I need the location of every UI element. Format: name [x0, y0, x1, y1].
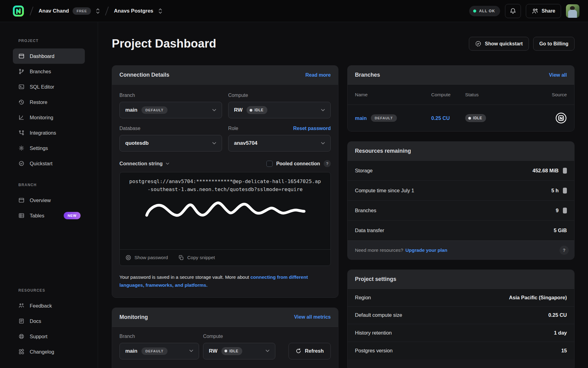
sidebar-item-docs[interactable]: Docs: [13, 313, 85, 329]
sidebar-item-monitoring[interactable]: Monitoring: [13, 110, 85, 125]
sidebar-item-tables[interactable]: Tables NEW: [13, 208, 85, 223]
share-label: Share: [542, 8, 555, 14]
sidebar-section-project: PROJECT: [18, 39, 85, 43]
role-dropdown[interactable]: anav5704: [228, 135, 331, 151]
chevron-down-icon: [212, 142, 216, 145]
people-icon: [532, 8, 538, 14]
chevron-down-icon: [166, 163, 169, 165]
show-quickstart-button[interactable]: Show quickstart: [469, 37, 529, 51]
refresh-button[interactable]: Refresh: [288, 343, 331, 359]
sidebar-item-feedback[interactable]: Feedback: [13, 298, 85, 313]
connection-string-toggle[interactable]: Connection string: [119, 161, 169, 167]
share-button[interactable]: Share: [526, 4, 561, 18]
sidebar-section-resources: RESOURCES: [18, 288, 85, 293]
password-note: Your password is saved in a secure stora…: [119, 273, 322, 289]
chevron-updown-icon: [96, 8, 100, 14]
sidebar-item-label: Docs: [30, 318, 41, 324]
gauge-icon: [563, 168, 567, 174]
go-to-billing-button[interactable]: Go to Billing: [533, 37, 575, 51]
monitoring-branch-value: main: [125, 348, 138, 354]
resources-help-button[interactable]: ?: [560, 246, 569, 255]
connection-details-card: Connection Details Read more Branch main…: [112, 65, 338, 298]
resources-remaining-card: Resources remaining Storage 452.68 MiB C…: [347, 141, 575, 260]
setting-row-postgres-version: Postgres version 15: [348, 342, 574, 360]
setting-row-region: Region Asia Pacific (Singapore): [348, 289, 574, 307]
go-to-billing-label: Go to Billing: [539, 41, 568, 47]
branch-field-label: Branch: [119, 93, 222, 98]
resources-footer: Need more resources? Upgrade your plan ?: [348, 240, 574, 259]
bell-icon: [510, 8, 516, 14]
view-all-branches-link[interactable]: View all: [549, 72, 567, 78]
copy-snippet-button[interactable]: Copy snippet: [178, 255, 215, 261]
scribble-annotation: [142, 196, 308, 222]
terminal-icon: [18, 84, 24, 90]
setting-row-compute-size: Default compute size 0.25 CU: [348, 307, 574, 324]
show-password-button[interactable]: Show password: [125, 255, 168, 261]
show-password-label: Show password: [134, 255, 168, 260]
monitoring-branch-label: Branch: [119, 334, 199, 339]
setting-row-history-retention: History retention 1 day: [348, 324, 574, 342]
breadcrumb-slash: [30, 6, 33, 15]
need-more-resources-text: Need more resources?: [355, 247, 403, 253]
pooled-help-button[interactable]: ?: [324, 160, 331, 167]
default-badge: DEFAULT: [141, 106, 168, 114]
reset-password-link[interactable]: Reset password: [293, 126, 331, 131]
monitoring-title: Monitoring: [119, 314, 148, 320]
neon-console: Anav Chand FREE Anavs Postgres ALL OK: [0, 0, 588, 368]
sidebar-item-support[interactable]: Support: [13, 329, 85, 344]
idle-dot-icon: [468, 117, 471, 120]
sidebar-resources-block: RESOURCES Feedback Docs Support: [13, 288, 85, 359]
user-avatar[interactable]: [566, 4, 579, 18]
branch-source-neon-icon[interactable]: [555, 112, 567, 124]
chevron-down-icon: [321, 142, 325, 145]
gauge-icon: [563, 188, 567, 194]
column-source: Source: [552, 92, 567, 98]
top-bar: Anav Chand FREE Anavs Postgres ALL OK: [0, 0, 588, 22]
branch-name-link[interactable]: main: [355, 115, 367, 121]
org-selector[interactable]: Anav Chand FREE: [39, 7, 100, 15]
monitoring-branch-dropdown[interactable]: main DEFAULT: [119, 343, 199, 359]
sidebar-item-dashboard[interactable]: Dashboard: [13, 48, 85, 64]
check-circle-icon: [18, 160, 24, 167]
sidebar-item-changelog[interactable]: Changelog: [13, 344, 85, 359]
sidebar-item-branches[interactable]: Branches: [13, 64, 85, 79]
sidebar-item-settings[interactable]: Settings: [13, 140, 85, 156]
compute-dropdown[interactable]: RW IDLE: [228, 102, 331, 118]
dashed-check-circle-icon: [475, 40, 481, 47]
sidebar-item-quickstart[interactable]: Quickstart: [13, 156, 85, 171]
resource-row-compute-time: Compute time since July 1 5 h: [348, 181, 574, 201]
sidebar-item-restore[interactable]: Restore: [13, 94, 85, 110]
connection-string-text: -southeast-1.aws.neon.tech/quotesdb?sslm…: [127, 186, 323, 194]
column-compute: Compute: [431, 92, 465, 98]
project-selector[interactable]: Anavs Postgres: [114, 8, 162, 14]
project-name: Anavs Postgres: [114, 8, 153, 14]
sidebar-item-overview[interactable]: Overview: [13, 193, 85, 208]
refresh-icon: [296, 348, 301, 354]
idle-badge: IDLE: [247, 106, 267, 114]
top-bar-right: ALL OK Share: [469, 4, 579, 18]
gear-icon: [18, 145, 24, 151]
view-all-metrics-link[interactable]: View all metrics: [294, 314, 331, 320]
sidebar-item-label: Support: [30, 334, 47, 339]
branch-dropdown[interactable]: main DEFAULT: [119, 102, 222, 118]
read-more-link[interactable]: Read more: [305, 72, 331, 78]
show-quickstart-label: Show quickstart: [485, 41, 523, 47]
copy-icon: [178, 255, 184, 261]
sidebar-item-integrations[interactable]: Integrations: [13, 125, 85, 140]
idle-badge: IDLE: [465, 114, 486, 122]
users-icon: [18, 303, 24, 309]
page-title: Project Dashboard: [112, 37, 216, 50]
database-dropdown[interactable]: quotesdb: [119, 135, 222, 151]
branch-compute-link[interactable]: 0.25 CU: [431, 115, 465, 121]
monitoring-compute-dropdown[interactable]: RW IDLE: [203, 343, 275, 359]
notifications-button[interactable]: [505, 4, 521, 18]
sidebar-item-label: Restore: [30, 99, 47, 105]
table-icon: [18, 213, 24, 219]
upgrade-plan-link[interactable]: Upgrade your plan: [405, 247, 447, 253]
neon-logo-icon[interactable]: [12, 5, 24, 17]
pooled-connection-checkbox[interactable]: [266, 161, 273, 167]
sidebar-item-sql-editor[interactable]: SQL Editor: [13, 79, 85, 94]
breadcrumb-slash: [105, 6, 109, 15]
status-dot-icon: [473, 10, 476, 13]
system-status-badge[interactable]: ALL OK: [469, 6, 500, 16]
